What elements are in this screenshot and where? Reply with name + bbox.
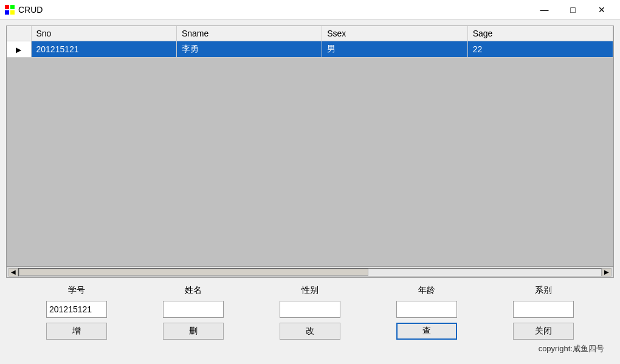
minimize-button[interactable]: — xyxy=(531,1,558,19)
svg-rect-3 xyxy=(10,10,15,15)
label-ssex: 性别 xyxy=(280,285,340,296)
input-sage[interactable] xyxy=(396,301,457,318)
input-ssex[interactable] xyxy=(280,301,340,318)
add-button[interactable]: 增 xyxy=(46,323,107,340)
table-row[interactable]: ▶ 201215121 李勇 男 22 xyxy=(7,41,613,58)
form-area: 学号 姓名 性别 年龄 系别 增 删 改 查 关闭 xyxy=(6,285,614,342)
maximize-button[interactable]: □ xyxy=(559,1,587,19)
table-header-row: Sno Sname Ssex Sage xyxy=(7,26,613,41)
title-bar-left: CRUD xyxy=(5,5,43,15)
table-inner: Sno Sname Ssex Sage ▶ 201215121 李勇 xyxy=(7,26,613,58)
svg-rect-2 xyxy=(5,10,9,15)
delete-button[interactable]: 删 xyxy=(163,323,224,340)
cell-sno: 201215121 xyxy=(31,41,176,58)
label-sname: 姓名 xyxy=(163,285,224,296)
col-header-ssex: Ssex xyxy=(322,26,467,41)
row-indicator: ▶ xyxy=(7,41,31,58)
window-controls: — □ ✕ xyxy=(531,1,615,19)
copyright-text: copyright:咸鱼四号 xyxy=(539,344,604,353)
close-button[interactable]: ✕ xyxy=(588,1,615,19)
cell-sname: 李勇 xyxy=(176,41,322,58)
scrollbar-track[interactable] xyxy=(18,268,602,276)
col-header-sno: Sno xyxy=(31,26,176,41)
main-content: Sno Sname Ssex Sage ▶ 201215121 李勇 xyxy=(0,19,620,364)
close-form-button[interactable]: 关闭 xyxy=(513,323,574,340)
app-icon xyxy=(5,5,15,15)
col-header-indicator xyxy=(7,26,31,41)
cell-ssex: 男 xyxy=(322,41,467,58)
form-inputs-row xyxy=(6,301,614,318)
horizontal-scrollbar[interactable]: ◀ ▶ xyxy=(6,267,614,278)
input-sname[interactable] xyxy=(163,301,224,318)
title-bar: CRUD — □ ✕ xyxy=(0,0,620,19)
scroll-right-arrow[interactable]: ▶ xyxy=(602,268,611,276)
update-button[interactable]: 改 xyxy=(280,323,340,340)
col-header-sname: Sname xyxy=(176,26,322,41)
input-sno[interactable] xyxy=(46,301,107,318)
table-wrapper: Sno Sname Ssex Sage ▶ 201215121 李勇 xyxy=(6,26,614,267)
label-sno: 学号 xyxy=(46,285,107,296)
svg-rect-1 xyxy=(10,5,15,9)
scroll-left-arrow[interactable]: ◀ xyxy=(9,268,18,276)
scrollbar-thumb[interactable] xyxy=(19,269,368,276)
col-header-sage: Sage xyxy=(467,26,613,41)
window-title: CRUD xyxy=(18,5,43,15)
form-labels-row: 学号 姓名 性别 年龄 系别 xyxy=(6,285,614,296)
label-sdept: 系别 xyxy=(513,285,574,296)
input-sdept[interactable] xyxy=(513,301,574,318)
label-sage: 年龄 xyxy=(396,285,457,296)
footer: copyright:咸鱼四号 xyxy=(6,342,614,358)
svg-rect-0 xyxy=(5,5,9,9)
query-button[interactable]: 查 xyxy=(396,323,457,340)
table-empty-area xyxy=(7,58,613,216)
form-buttons-row: 增 删 改 查 关闭 xyxy=(6,323,614,340)
data-table: Sno Sname Ssex Sage ▶ 201215121 李勇 xyxy=(7,26,613,58)
cell-sage: 22 xyxy=(467,41,613,58)
table-scroll-area: Sno Sname Ssex Sage ▶ 201215121 李勇 xyxy=(6,26,614,267)
